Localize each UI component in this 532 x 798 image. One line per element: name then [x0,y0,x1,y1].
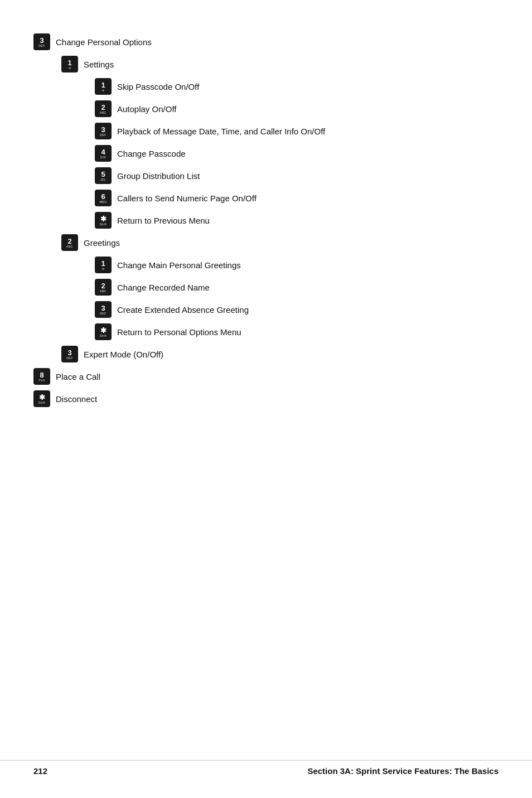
tree-item-label: Change Main Personal Greetings [117,260,241,270]
key-button: ✱Shift [95,212,112,229]
key-button: 2ABC [95,100,112,117]
key-button: 3DEF [33,33,50,50]
tree-row: 2ABCChange Recorded Name [95,279,499,296]
tree-item-label: Return to Personal Options Menu [117,327,241,337]
key-button: 1✉ [61,56,78,72]
tree-row: 8TUVPlace a Call [33,368,499,385]
tree-row: 5JKLGroup Distribution List [95,167,499,184]
tree-item-label: Group Distribution List [117,171,200,181]
tree-row: 1✉Skip Passcode On/Off [95,78,499,95]
tree-item-label: Return to Previous Menu [117,216,210,225]
tree-row: 2ABCGreetings [61,234,499,251]
tree-item-label: Disconnect [56,394,97,404]
tree-row: 4GHIChange Passcode [95,145,499,162]
tree-item-label: Callers to Send Numeric Page On/Off [117,194,257,203]
tree-row: 3DEFCreate Extended Absence Greeting [95,301,499,318]
key-button: ✱Shift [33,390,50,407]
tree-row: 1✉Change Main Personal Greetings [95,257,499,273]
tree-item-label: Expert Mode (On/Off) [84,350,163,359]
tree-row: 2ABCAutoplay On/Off [95,100,499,117]
key-button: 4GHI [95,145,112,162]
page-content: 3DEFChange Personal Options1✉Settings1✉S… [0,0,532,457]
tree-item-label: Greetings [84,238,120,248]
key-button: 1✉ [95,257,112,273]
tree-row: 3DEFChange Personal Options [33,33,499,50]
key-button: 2ABC [95,279,112,296]
tree-item-label: Settings [84,60,114,69]
footer-page-number: 212 [33,766,47,776]
tree-item-label: Skip Passcode On/Off [117,82,199,91]
tree-item-label: Change Recorded Name [117,283,210,292]
tree-row: 1✉Settings [61,56,499,72]
key-button: 8TUV [33,368,50,385]
tree-row: ✱ShiftReturn to Previous Menu [95,212,499,229]
key-button: 2ABC [61,234,78,251]
key-button: 6MNO [95,190,112,206]
tree-item-label: Place a Call [56,372,100,381]
tree-row: 3DEFPlayback of Message Date, Time, and … [95,123,499,139]
tree-item-label: Change Personal Options [56,37,152,47]
key-button: 3DEF [95,301,112,318]
key-button: 5JKL [95,167,112,184]
tree-container: 3DEFChange Personal Options1✉Settings1✉S… [33,33,499,407]
tree-row: 6MNOCallers to Send Numeric Page On/Off [95,190,499,206]
key-button: 3DEF [95,123,112,139]
tree-item-label: Playback of Message Date, Time, and Call… [117,127,325,136]
footer: 212 Section 3A: Sprint Service Features:… [0,760,532,776]
tree-row: ✱ShiftReturn to Personal Options Menu [95,323,499,340]
key-button: ✱Shift [95,323,112,340]
tree-row: ✱ShiftDisconnect [33,390,499,407]
footer-section-title: Section 3A: Sprint Service Features: The… [307,766,499,776]
tree-item-label: Autoplay On/Off [117,104,176,114]
key-button: 1✉ [95,78,112,95]
key-button: 3DEF [61,346,78,362]
tree-item-label: Create Extended Absence Greeting [117,305,249,315]
tree-item-label: Change Passcode [117,149,186,158]
tree-row: 3DEFExpert Mode (On/Off) [61,346,499,362]
